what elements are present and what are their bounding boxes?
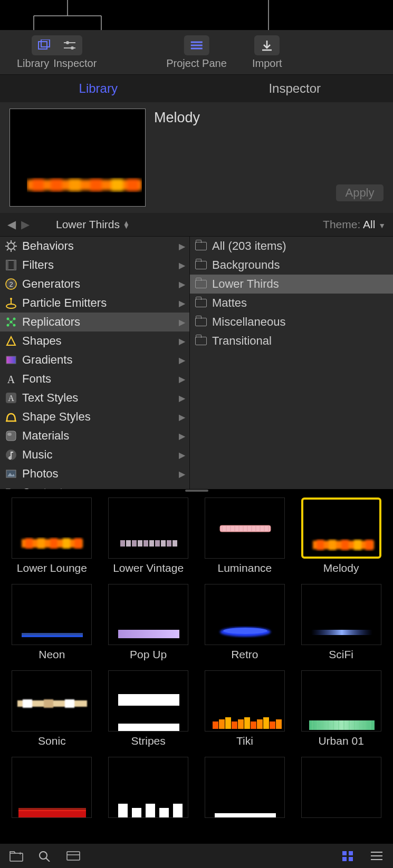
nav-path[interactable]: Lower Thirds ▲▼ — [56, 218, 130, 231]
svg-rect-59 — [25, 538, 33, 549]
category-row[interactable]: A Fonts ▶ — [0, 369, 189, 388]
svg-rect-133 — [146, 804, 155, 818]
chevron-right-icon: ▶ — [179, 431, 185, 441]
list-view-button[interactable] — [370, 850, 384, 862]
panel-toggle-button[interactable] — [66, 850, 80, 862]
content-item[interactable]: Melody — [298, 498, 385, 574]
subcategory-row[interactable]: Backgrounds — [190, 256, 393, 275]
content-item[interactable]: Lower Vintage — [105, 498, 192, 574]
project-pane-button[interactable] — [184, 35, 209, 55]
content-item[interactable] — [298, 757, 385, 821]
preview-area: Melody Apply — [0, 102, 393, 213]
svg-point-8 — [66, 41, 69, 44]
content-thumbnail — [12, 584, 92, 645]
apply-button[interactable]: Apply — [336, 184, 384, 201]
svg-rect-92 — [366, 540, 373, 550]
category-row[interactable]: Replicators ▶ — [0, 313, 189, 331]
svg-rect-98 — [311, 630, 372, 635]
subcategory-row[interactable]: All (203 items) — [190, 237, 393, 256]
theme-selector[interactable]: Theme: All ▼ — [323, 218, 386, 231]
inspector-toggle-button[interactable] — [57, 35, 82, 55]
tab-library[interactable]: Library — [0, 75, 197, 102]
category-row[interactable]: Behaviors ▶ — [0, 237, 189, 256]
content-item[interactable]: Luminance — [202, 498, 289, 574]
content-item[interactable]: Lower Lounge — [8, 498, 95, 574]
svg-rect-95 — [118, 630, 179, 638]
content-item[interactable] — [105, 757, 192, 821]
content-thumbnail — [301, 670, 381, 732]
category-row[interactable]: Shapes ▶ — [0, 331, 189, 350]
content-item[interactable] — [8, 757, 95, 821]
subcategory-row[interactable]: Transitional — [190, 331, 393, 350]
category-row[interactable]: Music ▶ — [0, 445, 189, 464]
subcategory-label: Miscellaneous — [212, 315, 285, 329]
tab-inspector[interactable]: Inspector — [197, 75, 394, 102]
content-item[interactable]: Urban 01 — [298, 670, 385, 747]
search-button[interactable] — [38, 850, 52, 862]
svg-rect-67 — [138, 540, 142, 547]
grid-view-button[interactable] — [341, 850, 355, 862]
category-row[interactable]: Shape Styles ▶ — [0, 407, 189, 426]
content-item[interactable]: Retro — [202, 584, 289, 661]
category-row[interactable]: Particle Emitters ▶ — [0, 294, 189, 313]
chevron-right-icon: ▶ — [179, 355, 185, 365]
content-thumbnail — [108, 584, 188, 645]
svg-rect-65 — [126, 540, 131, 547]
import-button[interactable] — [254, 35, 280, 55]
svg-rect-113 — [263, 717, 269, 729]
category-row[interactable]: Content ▶ — [0, 483, 189, 489]
resize-handle[interactable] — [185, 490, 208, 492]
category-row[interactable]: Photos ▶ — [0, 464, 189, 483]
library-toggle-button[interactable] — [32, 35, 57, 55]
svg-rect-110 — [244, 717, 250, 729]
chevron-down-icon: ▼ — [378, 221, 386, 230]
category-row[interactable]: 2 Generators ▶ — [0, 275, 189, 294]
chevron-right-icon: ▶ — [179, 317, 185, 327]
nav-back-button[interactable]: ◀ — [7, 218, 21, 231]
content-thumbnail — [301, 498, 381, 559]
svg-rect-116 — [309, 720, 375, 730]
library-toggle-label: Library — [17, 57, 49, 70]
content-item[interactable]: Pop Up — [105, 584, 192, 661]
category-label: Behaviors — [22, 239, 74, 253]
content-item[interactable] — [202, 757, 289, 821]
content-label: Stripes — [131, 735, 165, 747]
content-item[interactable]: Stripes — [105, 670, 192, 747]
content-item[interactable]: Sonic — [8, 670, 95, 747]
shapestyle-icon — [4, 410, 18, 424]
content-item[interactable]: Neon — [8, 584, 95, 661]
svg-rect-47 — [6, 356, 16, 364]
svg-rect-60 — [37, 538, 45, 549]
subcategory-row[interactable]: Lower Thirds — [190, 275, 393, 294]
svg-rect-136 — [215, 813, 276, 818]
new-folder-button[interactable]: + — [9, 850, 23, 862]
inspector-toggle-label: Inspector — [53, 57, 97, 70]
category-label: Music — [22, 448, 52, 462]
svg-point-10 — [71, 46, 74, 50]
content-thumbnail — [12, 670, 92, 732]
svg-rect-52 — [6, 431, 16, 441]
chevron-right-icon: ▶ — [179, 488, 185, 490]
replicator-icon — [4, 315, 18, 329]
content-thumbnail — [12, 757, 92, 818]
subcategory-row[interactable]: Miscellaneous — [190, 313, 393, 331]
subcategory-row[interactable]: Mattes — [190, 294, 393, 313]
content-item[interactable]: Tiki — [202, 670, 289, 747]
category-row[interactable]: A Text Styles ▶ — [0, 388, 189, 407]
category-row[interactable]: Gradients ▶ — [0, 350, 189, 369]
svg-point-53 — [7, 433, 12, 436]
category-label: Shape Styles — [22, 410, 91, 424]
nav-forward-button[interactable]: ▶ — [21, 218, 35, 231]
svg-rect-88 — [317, 540, 324, 550]
category-row[interactable]: Filters ▶ — [0, 256, 189, 275]
svg-rect-61 — [50, 538, 57, 549]
category-row[interactable]: Materials ▶ — [0, 426, 189, 445]
content-label: Urban 01 — [318, 735, 363, 747]
subcategory-label: Transitional — [212, 334, 272, 348]
svg-rect-132 — [132, 808, 141, 818]
content-item[interactable]: SciFi — [298, 584, 385, 661]
svg-rect-62 — [63, 538, 70, 549]
content-label: Neon — [39, 648, 65, 661]
svg-line-30 — [14, 242, 15, 243]
callout-lines — [0, 0, 393, 32]
